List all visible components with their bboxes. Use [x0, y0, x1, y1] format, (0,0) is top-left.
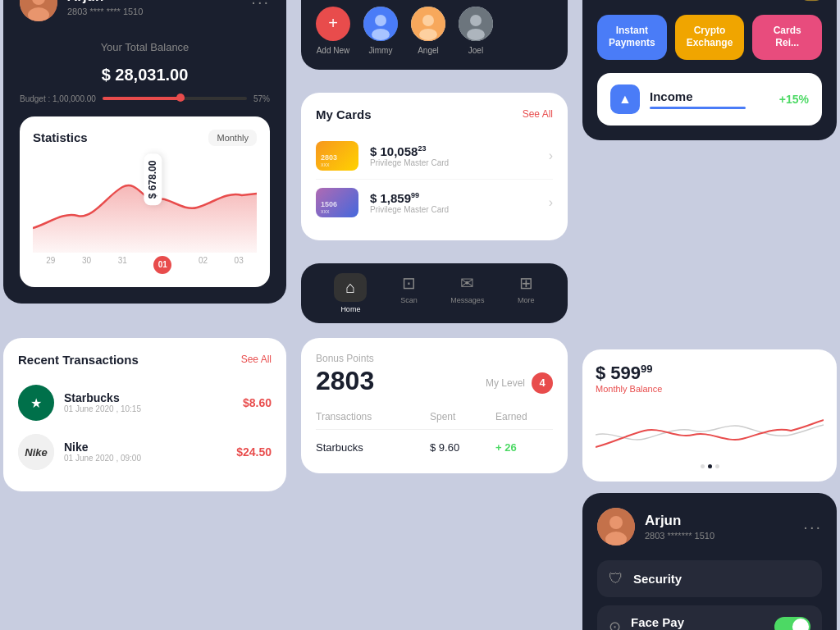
nav-messages[interactable]: ✉ Messages	[450, 273, 484, 313]
svg-text:★: ★	[30, 396, 42, 410]
my-cards-title: My Cards	[316, 107, 372, 121]
monthly-chart	[596, 402, 824, 459]
dot-3	[715, 464, 719, 468]
svg-point-12	[467, 29, 485, 40]
svg-text:Nike: Nike	[25, 446, 47, 459]
transaction-starbucks[interactable]: ★ Starbucks 01 June 2020 , 10:15 $8.60	[18, 378, 272, 427]
transaction-nike[interactable]: Nike Nike 01 June 2020 , 09:00 $24.50	[18, 427, 272, 477]
card-item-1[interactable]: 2803 xxx $ 10,05823 Privilege Master Car…	[316, 133, 553, 180]
notification-bell-icon[interactable]: 🔔	[801, 0, 822, 2]
avatar	[20, 0, 57, 21]
beneficiary-add-new[interactable]: + Add New	[316, 7, 350, 55]
card2-type: Privilege Master Card	[370, 205, 537, 214]
nav-scan[interactable]: ⊡ Scan	[400, 273, 418, 313]
chart-dates: 293031 01 0203	[33, 256, 257, 274]
col-earned: Earned	[495, 411, 553, 422]
dot-1	[701, 464, 705, 468]
user-name: Arjun	[67, 0, 143, 5]
angel-label: Angel	[418, 46, 439, 55]
bonus-points-value: 2803	[316, 366, 374, 396]
tx-nike-date: 01 June 2020 , 09:00	[64, 454, 226, 463]
card1-type: Privilege Master Card	[370, 158, 537, 167]
nav-more-label: More	[518, 296, 535, 304]
svg-point-6	[372, 29, 390, 40]
nav-more[interactable]: ⊞ More	[518, 273, 535, 313]
nav-scan-label: Scan	[400, 296, 418, 304]
scan-icon: ⊡	[402, 273, 416, 293]
income-icon: ▲	[610, 84, 640, 114]
chart-pagination-dots	[596, 464, 824, 468]
balance-amount: $ 28,031.00	[20, 58, 270, 86]
monthly-balance-label: Monthly Balance	[596, 384, 824, 394]
bonus-transactions-table: Transactions Spent Earned Starbucks $ 9.…	[316, 411, 553, 459]
more-icon: ⊞	[519, 273, 533, 293]
joel-label: Joel	[468, 46, 483, 55]
card-number: 2803 **** **** 1510	[67, 7, 143, 16]
profile2-card-number: 2803 ******* 1510	[645, 531, 714, 541]
toggle-knob	[792, 619, 809, 630]
profile-avatar-2	[597, 508, 635, 546]
tx-starbucks-name: Starbucks	[64, 391, 233, 404]
nav-home-label: Home	[340, 305, 360, 313]
balance-label: Your Total Balance	[20, 41, 270, 53]
face-pay-toggle[interactable]	[774, 617, 810, 630]
bottom-navigation: ⌂ Home ⊡ Scan ✉ Messages ⊞ More	[301, 263, 568, 323]
beneficiary-jimmy[interactable]: Jimmy	[363, 7, 398, 55]
messages-icon: ✉	[460, 273, 474, 293]
security-label: Security	[633, 572, 682, 586]
profile2-menu-dots[interactable]: ···	[803, 518, 822, 536]
nike-logo-icon: Nike	[18, 434, 54, 470]
banking-app-panel: Banking App. 🔔 InstantPayments CryptoExc…	[582, 0, 837, 140]
add-new-label: Add New	[317, 46, 350, 55]
face-pay-item[interactable]: ⊙ Face Pay Facial Recognition	[597, 605, 822, 630]
statistics-card: Statistics Monthly $ 678.00	[20, 116, 270, 287]
card2-chevron-icon: ›	[549, 195, 553, 210]
face-scan-icon: ⊙	[609, 618, 621, 630]
bonus-label: Bonus Points	[316, 353, 553, 364]
svg-point-11	[470, 15, 482, 26]
face-pay-title: Face Pay	[631, 615, 765, 629]
nav-home[interactable]: ⌂ Home	[334, 273, 367, 313]
tx-starbucks-amount: $8.60	[243, 396, 272, 409]
income-card: ▲ Income +15%	[597, 73, 822, 126]
monthly-balance-panel: $ 59999 Monthly Balance	[582, 349, 837, 482]
profile-balance-panel: Arjun 2803 **** **** 1510 ··· Your Total…	[3, 0, 286, 304]
col-spent: Spent	[430, 411, 495, 422]
budget-pct: 57%	[253, 94, 270, 103]
monthly-filter-button[interactable]: Monthly	[208, 130, 257, 146]
stats-title: Statistics	[33, 130, 88, 144]
card2-amount: $ 1,85999	[370, 191, 537, 205]
col-transactions: Transactions	[316, 411, 430, 422]
svg-point-9	[419, 29, 437, 40]
transactions-see-all[interactable]: See All	[241, 354, 272, 365]
banking-app-title: Banking App.	[597, 0, 702, 1]
security-item[interactable]: 🛡 Security	[597, 560, 822, 597]
table-row: Starbucks $ 9.60 + 26	[316, 436, 553, 459]
mini-card-purple: 1506 xxx	[316, 188, 358, 217]
profile-menu-dots[interactable]: ···	[251, 0, 270, 11]
chart-value: $ 678.00	[144, 153, 162, 205]
cards-reissuance-button[interactable]: CardsRei...	[752, 15, 822, 60]
budget-label: Budget : 1,00,000.00	[20, 94, 96, 103]
earned-starbucks: + 26	[495, 441, 553, 454]
tx-nike-amount: $24.50	[236, 445, 272, 459]
card1-chevron-icon: ›	[549, 148, 553, 163]
dot-2	[708, 464, 712, 468]
beneficiary-angel[interactable]: Angel	[411, 7, 445, 55]
card1-amount: $ 10,05823	[370, 144, 537, 158]
card-item-2[interactable]: 1506 xxx $ 1,85999 Privilege Master Card…	[316, 180, 553, 226]
starbucks-logo-icon: ★	[18, 385, 54, 421]
crypto-exchange-button[interactable]: CryptoExchange	[675, 15, 745, 60]
svg-point-18	[609, 516, 623, 529]
beneficiary-joel[interactable]: Joel	[459, 7, 493, 55]
mini-card-orange: 2803 xxx	[316, 141, 358, 171]
home-icon: ⌂	[334, 273, 367, 302]
shield-icon: 🛡	[609, 570, 623, 587]
recent-transactions-panel: Recent Transactions See All ★ Starbucks …	[3, 338, 286, 491]
my-cards-see-all[interactable]: See All	[523, 108, 553, 120]
tx-starbucks-date: 01 June 2020 , 10:15	[64, 404, 233, 413]
my-level-label: My Level	[486, 377, 525, 389]
instant-payments-button[interactable]: InstantPayments	[597, 15, 667, 60]
monthly-balance-amount: $ 59999	[596, 363, 824, 384]
nav-messages-label: Messages	[450, 296, 484, 304]
